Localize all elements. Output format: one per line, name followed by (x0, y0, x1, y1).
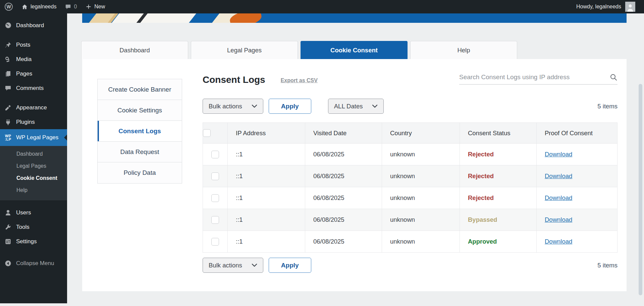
nav-item-data-request[interactable]: Data Request (98, 142, 182, 162)
cell-visited-date: 06/08/2025 (305, 231, 382, 253)
nav-item-create-cookie-banner[interactable]: Create Cookie Banner (98, 79, 182, 100)
pushpin-icon (4, 42, 12, 48)
sidebar-item-plugins[interactable]: Plugins (0, 115, 67, 129)
howdy-label: Howdy, legalneeds (576, 4, 621, 10)
cell-ip: ::1 (228, 209, 305, 231)
cookie-consent-nav: Create Cookie Banner Cookie Settings Con… (97, 79, 182, 184)
sidebar-item-settings[interactable]: Settings (0, 234, 67, 249)
dashboard-gauge-icon (4, 22, 12, 29)
plus-icon (86, 4, 92, 10)
wp-legal-pages-submenu: Dashboard Legal Pages Cookie Consent Hel… (0, 146, 67, 200)
table-row: ::1 06/08/2025 unknown Bypassed Download (203, 209, 618, 231)
cell-ip: ::1 (228, 144, 305, 165)
row-checkbox[interactable] (211, 238, 219, 246)
comments-icon (4, 85, 12, 92)
sidebar-item-tools[interactable]: Tools (0, 220, 67, 234)
nav-item-policy-data[interactable]: Policy Data (98, 162, 182, 183)
collapse-arrow-icon (4, 260, 12, 267)
page-title: Consent Logs (203, 75, 265, 85)
select-all-checkbox[interactable] (203, 129, 211, 137)
items-count: 5 items (597, 103, 618, 110)
sliders-icon (4, 238, 12, 245)
collapse-menu-label: Collapse Menu (16, 260, 54, 267)
top-controls-row: Bulk actions Apply ALL Dates 5 items (203, 99, 618, 114)
row-checkbox[interactable] (211, 172, 219, 180)
search-icon[interactable] (609, 73, 618, 81)
cell-ip: ::1 (228, 187, 305, 209)
status-badge: Bypassed (460, 209, 537, 231)
sidebar-item-posts[interactable]: Posts (0, 38, 67, 52)
cell-visited-date: 06/08/2025 (305, 209, 382, 231)
download-proof-link[interactable]: Download (545, 216, 572, 223)
wrench-icon (4, 224, 12, 231)
wordpress-menu[interactable]: W (5, 3, 13, 11)
sidebar-item-pages[interactable]: Pages (0, 66, 67, 81)
items-count-bottom: 5 items (597, 262, 618, 269)
search-input[interactable] (459, 73, 609, 81)
tab-cookie-consent[interactable]: Cookie Consent (301, 41, 408, 59)
submenu-item-legal-pages[interactable]: Legal Pages (0, 160, 67, 172)
tab-legal-pages[interactable]: Legal Pages (191, 41, 298, 59)
sidebar-label: Users (16, 209, 31, 216)
column-header-consent-status: Consent Status (460, 123, 537, 144)
date-filter-label: ALL Dates (334, 103, 363, 110)
user-avatar (625, 2, 635, 12)
sidebar-item-comments[interactable]: Comments (0, 81, 67, 95)
submenu-item-dashboard[interactable]: Dashboard (0, 148, 67, 160)
plugin-tab-bar: Dashboard Legal Pages Cookie Consent Hel… (81, 41, 517, 59)
date-filter-select[interactable]: ALL Dates (328, 99, 384, 114)
submenu-item-cookie-consent[interactable]: Cookie Consent (0, 172, 67, 184)
wordpress-admin-screen: W legalneeds 0 New Howdy, legalneeds (0, 0, 644, 306)
cell-ip: ::1 (228, 165, 305, 187)
sidebar-item-wp-legal-pages[interactable]: WP:LP WP Legal Pages (0, 129, 67, 146)
cell-country: unknown (382, 165, 460, 187)
promo-banner-image (82, 13, 627, 23)
person-icon (626, 3, 635, 12)
cell-visited-date: 06/08/2025 (305, 144, 382, 165)
nav-item-cookie-settings[interactable]: Cookie Settings (98, 100, 182, 121)
site-name-link[interactable]: legalneeds (21, 4, 56, 10)
collapse-menu-button[interactable]: Collapse Menu (0, 256, 67, 270)
status-badge: Rejected (460, 165, 537, 187)
bulk-actions-select-bottom[interactable]: Bulk actions (203, 258, 263, 273)
users-icon (4, 209, 12, 216)
comments-pending-link[interactable]: 0 (65, 4, 77, 10)
howdy-menu[interactable]: Howdy, legalneeds (576, 2, 644, 12)
column-header-country: Country (382, 123, 460, 144)
nav-item-consent-logs[interactable]: Consent Logs (98, 121, 182, 142)
bulk-actions-label: Bulk actions (209, 103, 242, 110)
cell-country: unknown (382, 231, 460, 253)
status-badge: Rejected (460, 187, 537, 209)
submenu-item-help[interactable]: Help (0, 184, 67, 196)
bulk-actions-select[interactable]: Bulk actions (203, 99, 263, 114)
tab-help[interactable]: Help (410, 41, 517, 59)
row-checkbox[interactable] (211, 194, 219, 202)
table-header-row: IP Address Visited Date Country Consent … (203, 123, 618, 144)
table-row: ::1 06/08/2025 unknown Rejected Download (203, 144, 618, 165)
download-proof-link[interactable]: Download (545, 151, 572, 158)
sidebar-label: Posts (16, 42, 31, 48)
wp-legal-pages-logo-icon: WP:LP (4, 134, 12, 141)
download-proof-link[interactable]: Download (545, 194, 572, 201)
sidebar-item-users[interactable]: Users (0, 205, 67, 220)
sidebar-item-dashboard[interactable]: Dashboard (0, 18, 67, 33)
row-checkbox[interactable] (211, 216, 219, 224)
download-proof-link[interactable]: Download (545, 172, 572, 180)
vertical-scrollbar-thumb[interactable] (639, 84, 642, 295)
apply-button[interactable]: Apply (269, 99, 311, 114)
row-checkbox[interactable] (211, 151, 219, 158)
new-content-link[interactable]: New (86, 4, 105, 10)
chevron-down-icon (252, 104, 257, 108)
export-csv-link[interactable]: Export as CSV (281, 78, 318, 85)
download-proof-link[interactable]: Download (545, 238, 572, 245)
search-field (459, 73, 618, 85)
bottom-controls-row: Bulk actions Apply 5 items (203, 258, 618, 273)
sidebar-label: Settings (16, 238, 37, 245)
tab-dashboard[interactable]: Dashboard (81, 41, 188, 59)
sidebar-item-appearance[interactable]: Appearance (0, 100, 67, 115)
wordpress-logo-icon: W (5, 3, 13, 11)
home-icon (21, 4, 28, 10)
sidebar-item-media[interactable]: Media (0, 52, 67, 66)
sidebar-label: Media (16, 56, 32, 63)
apply-button-bottom[interactable]: Apply (269, 258, 311, 273)
